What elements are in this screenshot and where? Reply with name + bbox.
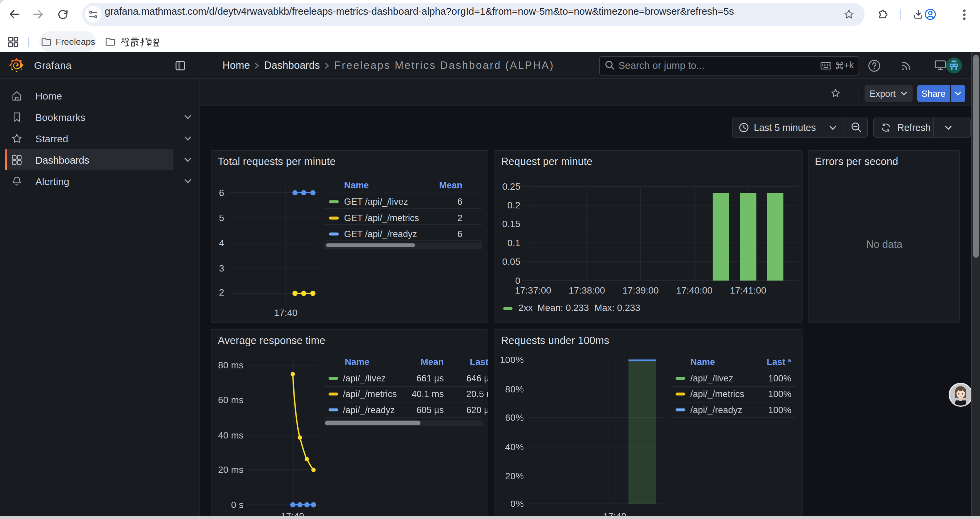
svg-text:17:38:00: 17:38:00 xyxy=(569,285,605,295)
svg-text:60 ms: 60 ms xyxy=(218,394,243,405)
svg-text:100%: 100% xyxy=(768,373,792,383)
svg-text:/api/_/livez: /api/_/livez xyxy=(342,373,385,383)
svg-text:5: 5 xyxy=(218,212,224,223)
svg-text:6: 6 xyxy=(457,196,462,206)
svg-text:GET /api/_/metrics: GET /api/_/metrics xyxy=(344,212,419,223)
svg-text:0 s: 0 s xyxy=(231,499,243,509)
svg-text:0.2: 0.2 xyxy=(508,200,520,210)
svg-text:GET /api/_/readyz: GET /api/_/readyz xyxy=(344,228,417,239)
svg-text:80%: 80% xyxy=(505,384,524,394)
svg-text:0.05: 0.05 xyxy=(502,256,521,267)
svg-text:0: 0 xyxy=(515,275,520,286)
svg-text:646 µs: 646 µs xyxy=(466,373,487,383)
svg-text:Mean: Mean xyxy=(420,356,444,367)
svg-text:17:40:00: 17:40:00 xyxy=(676,285,713,295)
svg-text:GET /api/_/livez: GET /api/_/livez xyxy=(344,196,407,206)
svg-text:2xx: 2xx xyxy=(519,302,533,313)
svg-text:6: 6 xyxy=(218,187,224,198)
svg-text:17:39:00: 17:39:00 xyxy=(622,285,659,295)
svg-text:605 µs: 605 µs xyxy=(416,404,443,415)
svg-text:6: 6 xyxy=(457,228,462,239)
svg-text:0%: 0% xyxy=(510,498,524,509)
svg-text:40%: 40% xyxy=(505,442,524,452)
svg-text:20.5 ms: 20.5 ms xyxy=(466,388,487,399)
svg-text:2: 2 xyxy=(457,212,462,223)
svg-text:/api/_/readyz: /api/_/readyz xyxy=(690,404,743,415)
svg-text:/api/_/readyz: /api/_/readyz xyxy=(342,404,395,415)
svg-text:80 ms: 80 ms xyxy=(218,360,243,370)
svg-text:620 µs: 620 µs xyxy=(466,404,487,415)
svg-text:0.15: 0.15 xyxy=(502,219,521,229)
svg-text:17:37:00: 17:37:00 xyxy=(515,285,551,295)
svg-text:60%: 60% xyxy=(505,412,524,423)
svg-text:Name: Name xyxy=(690,356,715,367)
svg-text:/api/_/metrics: /api/_/metrics xyxy=(690,388,745,399)
svg-text:Max: 0.233: Max: 0.233 xyxy=(594,302,640,313)
svg-text:40.1 ms: 40.1 ms xyxy=(411,388,444,399)
svg-text:20 ms: 20 ms xyxy=(218,464,243,474)
svg-text:100%: 100% xyxy=(768,404,792,415)
svg-text:Name: Name xyxy=(344,180,369,190)
svg-text:Last *: Last * xyxy=(767,356,792,367)
svg-text:0.25: 0.25 xyxy=(502,181,521,192)
svg-text:17:41:00: 17:41:00 xyxy=(730,285,766,295)
svg-text:2: 2 xyxy=(218,287,224,297)
svg-text:/api/_/livez: /api/_/livez xyxy=(690,373,733,383)
svg-text:661 µs: 661 µs xyxy=(416,373,443,383)
svg-text:100%: 100% xyxy=(500,355,524,365)
svg-text:4: 4 xyxy=(218,238,224,248)
svg-text:20%: 20% xyxy=(505,471,524,481)
svg-text:17:40: 17:40 xyxy=(274,307,297,318)
svg-text:Last *: Last * xyxy=(470,356,487,367)
svg-text:3: 3 xyxy=(218,263,224,273)
svg-text:40 ms: 40 ms xyxy=(218,430,243,440)
svg-text:0.1: 0.1 xyxy=(508,238,520,248)
svg-text:/api/_/metrics: /api/_/metrics xyxy=(342,388,396,399)
svg-text:Name: Name xyxy=(345,356,369,367)
svg-text:Mean: Mean xyxy=(439,180,462,190)
svg-text:100%: 100% xyxy=(768,388,792,399)
svg-text:Mean: 0.233: Mean: 0.233 xyxy=(538,302,589,313)
